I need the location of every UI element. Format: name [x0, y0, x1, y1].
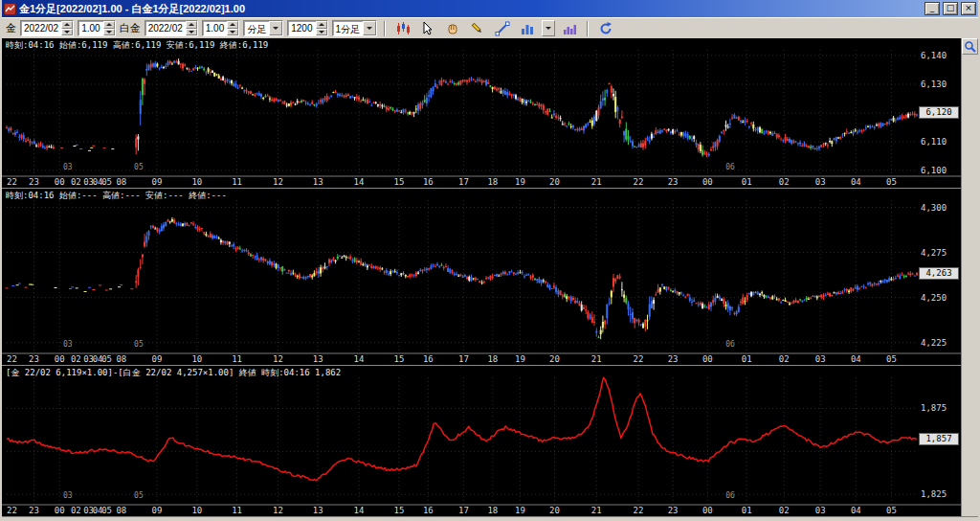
platinum-contract-field[interactable]: 2022/02	[145, 20, 198, 36]
platinum-multiplier-spinner[interactable]	[227, 21, 238, 35]
bar-count-spinner[interactable]	[316, 21, 327, 35]
gold-contract-field[interactable]: 2022/02	[20, 20, 74, 36]
svg-text:4,250: 4,250	[921, 293, 947, 303]
pencil-tool-button[interactable]	[467, 19, 488, 38]
spin-up-icon[interactable]	[227, 21, 238, 29]
gold-multiplier-field[interactable]: 1.00	[78, 20, 115, 36]
svg-text:10: 10	[191, 506, 202, 515]
spin-down-icon[interactable]	[186, 29, 197, 36]
candlestick-chart-button[interactable]	[392, 19, 413, 38]
window-title: 金1分足[2022/02]1.00 - 白金1分足[2022/02]1.00	[19, 2, 922, 16]
dropdown-arrow-icon	[546, 27, 551, 30]
svg-text:15: 15	[393, 354, 404, 364]
hand-tool-button[interactable]	[442, 19, 463, 38]
svg-text:21: 21	[591, 506, 602, 515]
trendline-tool-button[interactable]	[492, 19, 513, 38]
gold-contract-spinner[interactable]	[61, 21, 73, 35]
svg-text:00: 00	[55, 177, 65, 187]
spin-up-icon[interactable]	[103, 21, 115, 29]
svg-text:16: 16	[423, 506, 434, 515]
spin-up-icon[interactable]	[186, 21, 197, 29]
maximize-button[interactable]: □	[943, 2, 958, 15]
grid	[7, 200, 917, 353]
svg-text:11: 11	[232, 354, 242, 364]
platinum-multiplier-field[interactable]: 1.00	[202, 20, 239, 36]
close-button[interactable]: ×	[961, 2, 976, 15]
histogram-button[interactable]	[559, 19, 580, 38]
svg-text:06: 06	[725, 491, 735, 500]
svg-text:03: 03	[815, 506, 826, 515]
svg-text:20: 20	[549, 506, 560, 515]
dropdown-arrow-icon[interactable]	[363, 21, 376, 35]
gold-multiplier-spinner[interactable]	[103, 21, 115, 35]
ohlc-readout-platinum: 時刻:04:16 始値:--- 高値:--- 安値:--- 終値:---	[6, 190, 227, 202]
time-axis: 2223000203040508091011121314151617181920…	[7, 491, 897, 515]
interval-value: 1分足	[333, 21, 364, 35]
toolbar: 金 2022/02 1.00 白金 2022/02 1.00	[2, 17, 978, 38]
right-rail	[961, 38, 978, 516]
title-bar[interactable]: 金1分足[2022/02]1.00 - 白金1分足[2022/02]1.00 _…	[2, 0, 978, 17]
candles	[6, 58, 918, 157]
svg-text:12: 12	[273, 506, 283, 515]
svg-text:10: 10	[191, 177, 202, 187]
chart-plot-gold[interactable]: 6,1406,1306,1106,10022230002030405080910…	[2, 38, 961, 188]
toolbar-separator	[384, 21, 386, 36]
svg-text:18: 18	[487, 354, 498, 364]
spin-down-icon[interactable]	[316, 29, 327, 36]
svg-text:01: 01	[742, 177, 752, 187]
chart-panels: 時刻:04:16 始値:6,119 高値:6,119 安値:6,119 終値:6…	[2, 38, 961, 516]
window-icon	[4, 3, 16, 15]
svg-text:04: 04	[851, 354, 861, 364]
svg-text:03: 03	[63, 163, 73, 171]
panel-platinum-candles: 時刻:04:16 始値:--- 高値:--- 安値:--- 終値:--- 4,3…	[2, 188, 961, 365]
spin-down-icon[interactable]	[227, 29, 238, 36]
chart-type-dropdown-button[interactable]	[542, 20, 555, 36]
svg-text:11: 11	[232, 506, 242, 515]
svg-text:04: 04	[851, 506, 861, 515]
chart-plot-platinum[interactable]: 4,3004,2754,2504,22522230002030405080910…	[2, 189, 961, 365]
svg-text:4,300: 4,300	[921, 203, 947, 213]
svg-text:1,875: 1,875	[921, 403, 947, 413]
spin-up-icon[interactable]	[61, 21, 73, 29]
svg-text:6,140: 6,140	[921, 51, 947, 60]
svg-text:06: 06	[725, 340, 735, 349]
spin-up-icon[interactable]	[316, 21, 327, 29]
minimize-button[interactable]: _	[924, 2, 940, 15]
svg-text:17: 17	[458, 354, 469, 364]
svg-text:19: 19	[515, 506, 525, 515]
interval-combobox[interactable]: 1分足	[332, 20, 378, 36]
svg-text:13: 13	[313, 506, 323, 515]
dropdown-arrow-icon[interactable]	[269, 21, 282, 35]
svg-text:17: 17	[458, 506, 469, 515]
chart-plot-spread[interactable]: 1,8751,825222300020304050809101112131415…	[2, 366, 961, 516]
zoom-button[interactable]	[962, 38, 978, 55]
svg-text:22: 22	[7, 354, 17, 364]
toolbar-separator	[587, 21, 589, 36]
svg-text:14: 14	[354, 506, 365, 515]
chart-area: 時刻:04:16 始値:6,119 高値:6,119 安値:6,119 終値:6…	[2, 38, 978, 516]
bar-type-combobox[interactable]: 分足	[243, 20, 283, 36]
svg-text:05: 05	[101, 177, 112, 187]
svg-text:4,225: 4,225	[921, 338, 947, 348]
svg-text:13: 13	[313, 354, 323, 364]
time-axis: 2223000203040508091011121314151617181920…	[7, 163, 897, 187]
bar-chart-button[interactable]	[517, 19, 538, 38]
cursor-button[interactable]	[417, 19, 438, 38]
histogram-icon	[562, 21, 577, 36]
current-price-spread: 1,857	[919, 433, 959, 445]
bar-count-field[interactable]: 1200	[287, 20, 327, 36]
spin-down-icon[interactable]	[61, 29, 73, 36]
gold-label: 金	[6, 21, 16, 35]
bar-type-value: 分足	[244, 21, 269, 35]
platinum-contract-spinner[interactable]	[186, 21, 197, 35]
svg-text:22: 22	[7, 506, 17, 515]
svg-text:17: 17	[458, 177, 469, 187]
refresh-button[interactable]	[595, 19, 616, 38]
svg-text:23: 23	[29, 177, 39, 187]
svg-text:03: 03	[63, 491, 73, 500]
window-border-bottom	[2, 516, 978, 521]
spread-line	[7, 377, 917, 481]
spin-down-icon[interactable]	[103, 29, 115, 36]
svg-text:08: 08	[116, 177, 126, 187]
svg-text:16: 16	[423, 354, 434, 364]
